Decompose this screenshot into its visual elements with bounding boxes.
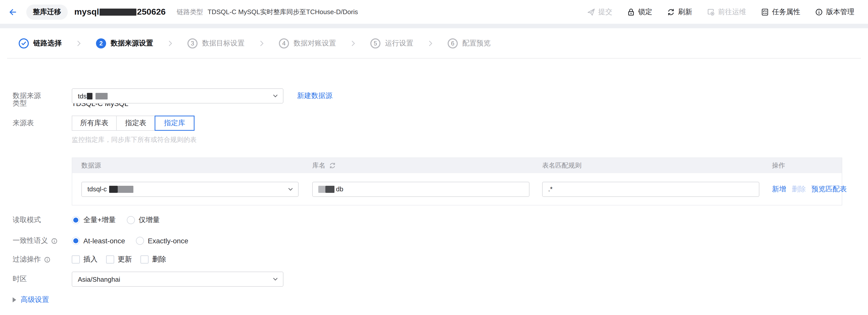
step-config-preview[interactable]: 6 配置预览 <box>447 38 491 48</box>
col-header-actions: 操作 <box>763 161 842 170</box>
datasource-redaction <box>96 93 108 99</box>
checkbox-icon <box>141 255 149 264</box>
link-type-value: TDSQL-C MySQL实时整库同步至TCHouse-D/Doris <box>208 7 358 16</box>
app-root: 整库迁移 mysql250626 链路类型 TDSQL-C MySQL实时整库同… <box>0 0 868 315</box>
source-table-hint: 监控指定库，同步库下所有或符合规则的表 <box>72 135 196 144</box>
radio-at-least-once[interactable]: At-least-once <box>72 237 125 245</box>
rule-table-header: 数据源 库名 表名匹配规则 操作 <box>72 158 842 173</box>
info-circle-icon[interactable] <box>44 256 51 263</box>
back-button[interactable] <box>7 6 18 18</box>
back-arrow-icon <box>8 7 17 16</box>
ops-icon <box>707 8 715 16</box>
info-circle-icon[interactable] <box>51 238 58 244</box>
read-mode-row: 读取模式 全量+增量 仅增量 <box>12 215 858 225</box>
chevron-right-icon <box>75 40 82 47</box>
title-suffix: 250626 <box>137 7 165 17</box>
delete-rule-link[interactable]: 删除 <box>792 184 806 194</box>
checkbox-delete[interactable]: 删除 <box>141 255 166 264</box>
info-circle-icon <box>815 8 823 16</box>
radio-full-plus-incremental[interactable]: 全量+增量 <box>72 215 116 225</box>
task-type-badge: 整库迁移 <box>26 4 68 20</box>
refresh-icon <box>667 8 675 16</box>
refresh-button[interactable]: 刷新 <box>667 7 692 16</box>
checkbox-icon <box>72 255 80 264</box>
chevron-right-icon <box>258 40 265 47</box>
chevron-right-icon <box>167 40 174 47</box>
title-redaction <box>99 8 136 15</box>
col-header-dbname: 库名 <box>303 161 533 170</box>
chevron-down-icon <box>272 276 278 284</box>
link-type-label: 链路类型 <box>177 7 203 16</box>
task-props-button[interactable]: 任务属性 <box>761 7 800 16</box>
row-dbname-redaction <box>326 185 335 193</box>
advanced-settings-toggle[interactable]: 高级设置 <box>12 295 49 304</box>
chevron-right-icon <box>350 40 357 47</box>
source-table-tabs: 所有库表 指定表 指定库 <box>72 116 194 131</box>
filter-ops-label: 过滤操作 <box>12 255 72 264</box>
row-dbname-input[interactable]: db <box>312 181 529 197</box>
db-rule-table: 数据源 库名 表名匹配规则 操作 tdsql-c db <box>72 158 842 205</box>
step-bar: 链路选择 2 数据来源设置 3 数据目标设置 4 数据对账设置 5 运行设置 <box>7 28 861 59</box>
read-mode-label: 读取模式 <box>12 215 72 225</box>
filter-ops-row: 过滤操作 插入 更新 删除 <box>12 255 858 264</box>
step-link-select[interactable]: 链路选择 <box>19 38 62 48</box>
step-target-settings[interactable]: 3 数据目标设置 <box>187 38 245 48</box>
row-datasource-redaction <box>118 185 134 193</box>
add-rule-link[interactable]: 新增 <box>772 184 786 194</box>
header-toolbar: 提交 锁定 刷新 前往运维 任务属性 版本管理 <box>587 7 868 16</box>
lock-icon <box>627 8 635 16</box>
radio-incremental-only[interactable]: 仅增量 <box>127 215 160 225</box>
checkbox-icon <box>106 255 114 264</box>
col-header-datasource: 数据源 <box>72 161 303 170</box>
row-pattern-input[interactable]: .* <box>542 181 760 197</box>
chevron-right-icon <box>427 40 434 47</box>
radio-icon <box>136 237 144 245</box>
row-datasource-select[interactable]: tdsql-c <box>81 181 299 197</box>
timezone-label: 时区 <box>12 275 72 284</box>
chevron-down-icon <box>272 93 278 100</box>
submit-button[interactable]: 提交 <box>587 7 612 16</box>
task-props-icon <box>761 8 769 16</box>
consistency-label: 一致性语义 <box>12 236 72 245</box>
row-datasource-redaction <box>110 185 118 193</box>
datasource-select[interactable]: tds <box>72 88 283 104</box>
tab-specified-tables[interactable]: 指定表 <box>116 116 155 131</box>
datasource-redaction <box>87 93 93 99</box>
tab-specified-db[interactable]: 指定库 <box>155 116 194 131</box>
new-datasource-link[interactable]: 新建数据源 <box>297 92 333 100</box>
radio-icon <box>127 216 135 224</box>
checkbox-update[interactable]: 更新 <box>106 255 132 264</box>
row-dbname-redaction <box>318 185 326 193</box>
rule-table-row: tdsql-c db .* 新增 删除 预览匹配表 <box>72 173 842 205</box>
checkbox-insert[interactable]: 插入 <box>72 255 97 264</box>
refresh-dbname-icon[interactable] <box>329 162 336 169</box>
step-run-settings[interactable]: 5 运行设置 <box>370 38 413 48</box>
source-table-row: 来源表 所有库表 指定表 指定库 <box>12 116 858 131</box>
step-source-settings[interactable]: 2 数据来源设置 <box>96 38 153 48</box>
page-header: 整库迁移 mysql250626 链路类型 TDSQL-C MySQL实时整库同… <box>0 0 868 24</box>
tab-all-tables[interactable]: 所有库表 <box>72 116 117 131</box>
row-actions: 新增 删除 预览匹配表 <box>763 184 847 194</box>
header-divider-band <box>0 24 868 28</box>
radio-icon <box>72 216 80 224</box>
page-title: mysql250626 <box>74 7 166 17</box>
timezone-row: 时区 Asia/Shanghai <box>12 272 858 287</box>
collapsed-triangle-icon <box>12 298 16 302</box>
source-table-label: 来源表 <box>12 118 72 128</box>
version-manage-button[interactable]: 版本管理 <box>815 7 855 16</box>
consistency-row: 一致性语义 At-least-once Exactly-once <box>12 236 858 245</box>
datasource-row: 数据来源 tds 新建数据源 <box>12 88 858 104</box>
radio-icon <box>72 237 80 245</box>
step-reconcile-settings[interactable]: 4 数据对账设置 <box>279 38 336 48</box>
goto-ops-button[interactable]: 前往运维 <box>707 7 746 16</box>
paper-plane-icon <box>587 8 595 16</box>
step-done-check-icon <box>19 38 29 48</box>
timezone-select[interactable]: Asia/Shanghai <box>72 272 283 287</box>
title-prefix: mysql <box>74 7 99 17</box>
datasource-label: 数据来源 <box>12 92 72 100</box>
col-header-pattern: 表名匹配规则 <box>533 161 763 170</box>
lock-button[interactable]: 锁定 <box>627 7 652 16</box>
preview-matched-tables-link[interactable]: 预览匹配表 <box>811 184 847 194</box>
chevron-down-icon <box>287 186 293 194</box>
radio-exactly-once[interactable]: Exactly-once <box>136 237 188 245</box>
